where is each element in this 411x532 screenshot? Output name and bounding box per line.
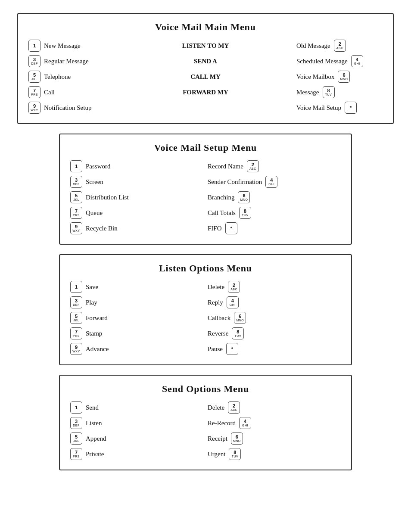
sub-menu-right-cell: 4GHIReply <box>208 296 341 308</box>
key-button-9: 9WXY <box>28 102 40 114</box>
sub-menu-right-cell: 2ABCDelete <box>208 281 341 293</box>
key-button-6: 6MNO <box>338 71 350 83</box>
menu-label: Scheduled Message <box>296 58 348 65</box>
menu-label: Queue <box>86 209 103 217</box>
listen-menu-title: Listen Options Menu <box>70 263 341 274</box>
main-menu-center-cell: FORWARD MY <box>115 86 296 98</box>
main-menu-right-cell: 4GHIScheduled Message <box>296 55 383 67</box>
sub-menu-right-cell: 4GHISender Confirmation <box>208 176 341 188</box>
menu-label: Distribution List <box>86 194 129 201</box>
key-button-1: 1 <box>70 281 82 293</box>
menu-label: Stamp <box>86 330 102 337</box>
sub-menu-left-cell: 1Send <box>70 401 203 414</box>
listen-menu-box: Listen Options Menu 1Save2ABCDelete3DEFP… <box>59 254 352 365</box>
sub-menu-right-cell: 6MNOCallback <box>208 312 341 324</box>
sub-menu-left-cell: 5JKLAppend <box>70 432 203 445</box>
sub-menu-left-cell: 5JKLDistribution List <box>70 191 203 203</box>
menu-label: Message <box>296 89 319 96</box>
sub-menu-right-cell: *FIFO <box>208 222 341 234</box>
main-menu-left-cell: 3DEFRegular Message <box>28 55 115 67</box>
menu-label: Forward <box>86 314 108 322</box>
menu-label: Delete <box>208 404 224 411</box>
key-button-1: 1 <box>70 160 82 172</box>
main-menu-right-cell: *Voice Mail Setup <box>296 102 383 114</box>
key-button-5: 5JKL <box>28 71 40 83</box>
sub-menu-left-cell: 7PRSPrivate <box>70 448 203 460</box>
menu-label: Re-Record <box>208 420 236 427</box>
key-button-2: 2ABC <box>228 401 240 414</box>
main-menu-right-cell: 2ABCOld Message <box>296 40 383 52</box>
sub-menu-left-cell: 3DEFScreen <box>70 176 203 188</box>
key-button-*: * <box>225 222 237 234</box>
sub-menu-right-cell: 2ABCDelete <box>208 401 341 414</box>
setup-menu-title: Voice Mail Setup Menu <box>70 142 341 153</box>
menu-label: FIFO <box>208 225 222 232</box>
sub-menu-right-cell: 8TUVCall Totals <box>208 207 341 219</box>
sub-menu-left-cell: 3DEFPlay <box>70 296 203 308</box>
key-button-5: 5JKL <box>70 312 82 324</box>
key-button-7: 7PRS <box>70 207 82 219</box>
key-button-2: 2ABC <box>228 281 240 293</box>
send-menu-grid: 1Send2ABCDelete3DEFListen4GHIRe-Record5J… <box>70 401 341 460</box>
key-button-6: 6MNO <box>234 312 246 324</box>
setup-menu-grid: 1Password2ABCRecord Name3DEFScreen4GHISe… <box>70 160 341 234</box>
menu-label: Urgent <box>208 451 225 458</box>
key-button-9: 9WXY <box>70 222 82 234</box>
menu-label: Notification Setup <box>44 104 91 112</box>
key-button-3: 3DEF <box>70 417 82 429</box>
sub-menu-right-cell: 6MNOReceipt <box>208 432 341 445</box>
sub-menu-right-cell: 8TUVUrgent <box>208 448 341 460</box>
menu-label: Branching <box>208 194 234 201</box>
menu-label: Advance <box>86 345 109 353</box>
menu-label: Call Totals <box>208 209 236 217</box>
sub-menu-left-cell: 1Save <box>70 281 203 293</box>
main-menu-center-cell <box>115 102 296 114</box>
sub-menu-left-cell: 1Password <box>70 160 203 172</box>
key-button-7: 7PRS <box>28 86 40 98</box>
main-menu-left-cell: 7PRSCall <box>28 86 115 98</box>
key-button-3: 3DEF <box>70 176 82 188</box>
setup-menu-box: Voice Mail Setup Menu 1Password2ABCRecor… <box>59 134 352 245</box>
key-button-8: 8TUV <box>239 207 251 219</box>
key-button-4: 4GHI <box>227 296 239 308</box>
main-menu-right-cell: 8TUVMessage <box>296 86 383 98</box>
key-button-1: 1 <box>28 40 40 52</box>
key-button-3: 3DEF <box>70 296 82 308</box>
main-menu-box: Voice Mail Main Menu 1New MessageLISTEN … <box>17 13 394 124</box>
main-menu-center-cell: SEND A <box>115 55 296 67</box>
key-button-8: 8TUV <box>323 86 335 98</box>
main-menu-left-cell: 1New Message <box>28 40 115 52</box>
sub-menu-right-cell: 6MNOBranching <box>208 191 341 203</box>
menu-label: Voice Mailbox <box>296 73 334 81</box>
key-button-9: 9WXY <box>70 343 82 355</box>
menu-label: Append <box>86 435 106 442</box>
main-menu-center-cell: LISTEN TO MY <box>115 40 296 52</box>
sub-menu-right-cell: 4GHIRe-Record <box>208 417 341 429</box>
key-button-6: 6MNO <box>231 432 243 445</box>
sub-menu-right-cell: *Pause <box>208 343 341 355</box>
sub-menus-wrapper: Voice Mail Setup Menu 1Password2ABCRecor… <box>59 134 352 470</box>
main-menu-grid: 1New MessageLISTEN TO MY2ABCOld Message3… <box>28 40 383 114</box>
menu-label: Screen <box>86 178 103 186</box>
menu-label: Receipt <box>208 435 227 442</box>
key-button-6: 6MNO <box>238 191 250 203</box>
menu-label: Regular Message <box>44 58 89 65</box>
main-menu-left-cell: 9WXYNotification Setup <box>28 102 115 114</box>
sub-menu-right-cell: 2ABCRecord Name <box>208 160 341 172</box>
listen-menu-grid: 1Save2ABCDelete3DEFPlay4GHIReply5JKLForw… <box>70 281 341 355</box>
menu-label: Record Name <box>208 163 243 170</box>
sub-menu-left-cell: 7PRSQueue <box>70 207 203 219</box>
key-button-8: 8TUV <box>232 327 244 339</box>
menu-label: Play <box>86 299 97 306</box>
send-menu-box: Send Options Menu 1Send2ABCDelete3DEFLis… <box>59 375 352 470</box>
sub-menu-left-cell: 9WXYAdvance <box>70 343 203 355</box>
menu-label: Callback <box>208 314 230 322</box>
main-menu-left-cell: 5JKLTelephone <box>28 71 115 83</box>
key-button-*: * <box>226 343 238 355</box>
menu-label: Private <box>86 451 104 458</box>
sub-menu-left-cell: 5JKLForward <box>70 312 203 324</box>
sub-menu-left-cell: 9WXYRecycle Bin <box>70 222 203 234</box>
key-button-2: 2ABC <box>247 160 259 172</box>
menu-label: Reverse <box>208 330 228 337</box>
menu-label: Listen <box>86 420 102 427</box>
